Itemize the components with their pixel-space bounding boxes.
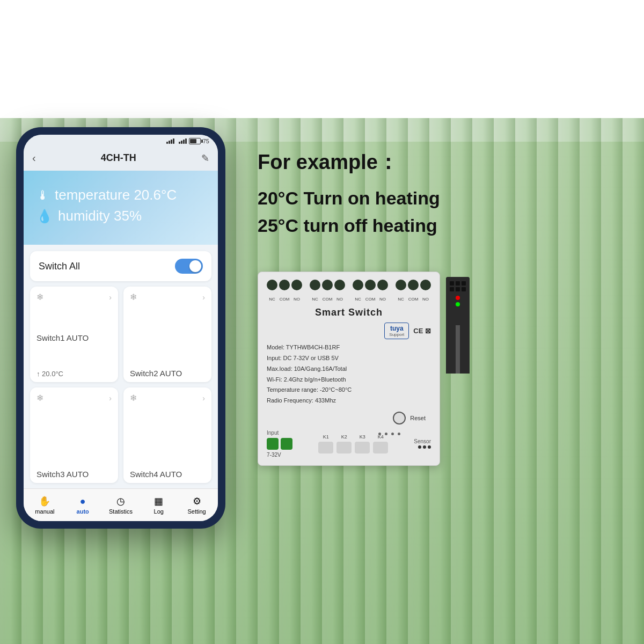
tuya-support-label: Support [389, 332, 404, 337]
reset-label: Reset [410, 415, 426, 421]
k1-label: K1 [318, 434, 333, 440]
terminal-6 [334, 280, 345, 290]
humidity-row: 💧 humidity 35% [36, 208, 205, 224]
toggle-knob [189, 260, 201, 272]
switch-all-row: Switch All [30, 251, 211, 281]
device-radio: Radio Frequency: 433Mhz [267, 396, 431, 406]
statistics-icon: ◷ [116, 495, 125, 507]
terminal-2 [279, 280, 290, 290]
probe-led-red [456, 296, 460, 300]
terminal-7 [353, 280, 363, 290]
switch-4-arrow: › [202, 394, 205, 402]
probe-hole-3 [462, 281, 466, 286]
humidity-value: humidity 35% [58, 208, 142, 224]
terminal-4 [310, 280, 320, 290]
phone-mockup: 75 ‹ 4CH-TH ✎ 🌡 temperature 20.6°C [16, 127, 241, 529]
green-terminal-1 [267, 438, 279, 450]
nav-item-log[interactable]: ▦ Log [140, 493, 178, 517]
terminal-labels: NC COM NO NC COM NO NC COM NO NC COM [267, 297, 431, 302]
device-terminals-top [267, 280, 431, 290]
k3-button[interactable] [355, 442, 370, 453]
terminal-1 [267, 280, 277, 290]
dots-pattern [378, 433, 402, 435]
switch-4-icon: ❄ [130, 393, 137, 403]
app-title: 4CH-TH [101, 152, 136, 164]
dot-2 [385, 433, 387, 435]
setting-icon: ⚙ [193, 495, 201, 507]
device-specs: Model: TYTHWB4CH-B1RF Input: DC 7-32V or… [267, 342, 431, 406]
k2-button[interactable] [336, 442, 352, 453]
switch-card-3[interactable]: ❄ › Switch3 AUTO [30, 387, 118, 483]
nav-item-auto[interactable]: ● auto [64, 494, 102, 517]
switch-4-name: Switch4 AUTO [130, 470, 205, 479]
switch-2-name: Switch2 AUTO [130, 369, 205, 378]
temperature-icon: 🌡 [36, 188, 49, 203]
switch-card-2-header: ❄ › [130, 292, 205, 302]
k-labels-row: K1 K2 K3 K4 [318, 434, 388, 440]
nav-log-label: Log [154, 508, 164, 515]
back-button[interactable]: ‹ [32, 152, 36, 164]
example-line-1: 20°C Turn on heating [258, 185, 628, 212]
auto-icon: ● [80, 496, 86, 507]
signal-icon [166, 138, 174, 144]
dot-1 [378, 433, 381, 435]
nav-item-statistics[interactable]: ◷ Statistics [102, 493, 140, 517]
app-header: ‹ 4CH-TH ✎ [24, 148, 218, 171]
terminal-3 [291, 280, 302, 290]
k4-button[interactable] [373, 442, 388, 453]
switch-2-arrow: › [202, 293, 205, 302]
input-terminals [267, 438, 292, 450]
terminal-8 [365, 280, 376, 290]
switch-card-4[interactable]: ❄ › Switch4 AUTO [123, 387, 211, 483]
device-reset-row: Reset [267, 412, 431, 425]
nav-auto-label: auto [77, 508, 89, 515]
probe-hole-1 [450, 281, 454, 286]
probe-led-green [456, 302, 460, 306]
probe-stem [456, 325, 460, 374]
dot-3 [391, 433, 394, 435]
device-input: Input: DC 7-32V or USB 5V [267, 353, 431, 364]
sensor-dot-3 [428, 445, 431, 449]
green-terminal-2 [281, 438, 292, 450]
example-line-2: 25°C turn off heating [258, 212, 628, 239]
ce-badge: CE ⊠ [413, 327, 431, 335]
nav-item-setting[interactable]: ⚙ Setting [178, 493, 216, 517]
nav-manual-label: manual [35, 508, 54, 515]
example-title: For example： [258, 149, 628, 176]
voltage-label: 7-32V [267, 452, 292, 458]
temp-humidity-display: 🌡 temperature 20.6°C 💧 humidity 35% [24, 171, 218, 245]
probe-hole-4 [450, 287, 454, 291]
k2-label: K2 [336, 434, 352, 440]
nav-item-manual[interactable]: ✋ manual [26, 493, 64, 517]
nav-statistics-label: Statistics [109, 508, 133, 515]
terminal-12 [420, 280, 431, 290]
battery-icon [189, 138, 201, 144]
sensor-section: Sensor [414, 438, 431, 449]
terminal-5 [322, 280, 333, 290]
reset-button[interactable] [393, 412, 406, 425]
input-section: Input 7-32V [267, 430, 292, 458]
switch-grid: ❄ › Switch1 AUTO ↑ 20.0°C ❄ › [24, 281, 218, 488]
switch-card-1[interactable]: ❄ › Switch1 AUTO ↑ 20.0°C [30, 287, 118, 382]
sensor-dot-2 [423, 445, 426, 449]
switch-all-toggle[interactable] [175, 259, 203, 274]
switch-card-4-header: ❄ › [130, 393, 205, 403]
device-model: Model: TYTHWB4CH-B1RF [267, 342, 431, 353]
sensor-label: Sensor [414, 438, 431, 444]
k3-label: K3 [355, 434, 370, 440]
k1-button[interactable] [318, 442, 333, 453]
switch-1-temp: ↑ 20.0°C [36, 370, 112, 378]
signal-icon-2 [179, 138, 187, 144]
device-max-load: Max.load: 10A/Gang.16A/Total [267, 364, 431, 375]
switch-all-label: Switch All [39, 261, 80, 272]
tuya-label: tuya [390, 325, 404, 332]
k-section: K1 K2 K3 K4 [318, 434, 388, 453]
status-bar: 75 [24, 135, 218, 148]
switch-card-2[interactable]: ❄ › Switch2 AUTO [123, 287, 211, 382]
right-content: For example： 20°C Turn on heating 25°C t… [258, 127, 628, 466]
edit-button[interactable]: ✎ [201, 152, 209, 164]
probe-hole-6 [462, 287, 466, 291]
terminal-10 [396, 280, 406, 290]
temperature-row: 🌡 temperature 20.6°C [36, 187, 205, 203]
sensor-dot-1 [418, 445, 421, 449]
